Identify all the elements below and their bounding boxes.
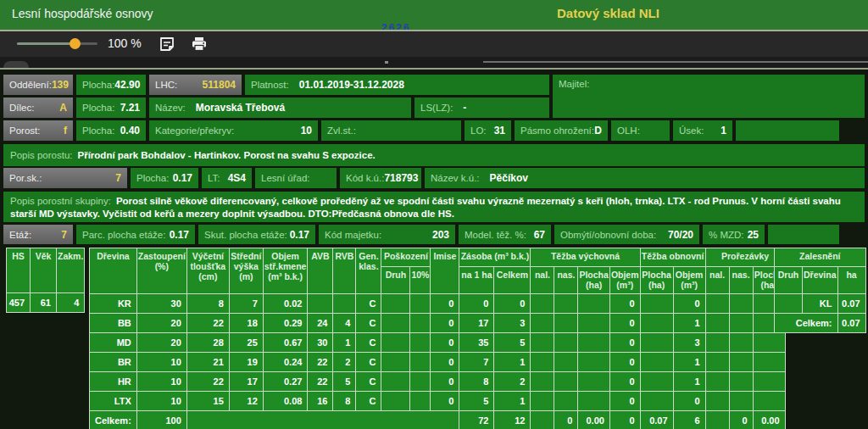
col-header-rvb: RVB	[333, 248, 356, 294]
field-label: Parc. plocha etáže:	[82, 230, 165, 240]
cell-tv_nal	[531, 333, 554, 353]
cell-gen_klas: C	[356, 392, 381, 411]
cell-gen_klas: C	[356, 294, 381, 314]
cell-pr_nal	[705, 372, 729, 392]
field-kod-majetku: Kód majetku: 203	[319, 225, 455, 244]
field-label: Skut. plocha etáže:	[204, 230, 287, 240]
cell-tv_nas	[554, 333, 578, 353]
app-title: Lesní hospodářské osnovy	[12, 7, 153, 20]
group-header-poskozeni: Poškození	[381, 248, 431, 267]
zoom-slider[interactable]	[17, 42, 97, 45]
field-value: 139	[52, 79, 69, 91]
field-label: Etáž:	[9, 230, 31, 240]
cell-tv_nal	[531, 353, 554, 372]
field-label: Kód majetku:	[325, 230, 381, 240]
field-nazev: Název: Moravská Třebová	[149, 98, 411, 118]
notes-button[interactable]	[156, 35, 178, 53]
scrollbar-thumb[interactable]	[483, 61, 868, 63]
field-label: Porost:	[9, 125, 40, 136]
col-header-zastoupeni: Zastoupení (%)	[136, 248, 186, 294]
cell-tv_objem_m3: 0	[609, 314, 640, 333]
col-header-tv-nal: nal.	[531, 267, 554, 294]
field-lhc: LHC: 511804	[149, 75, 242, 95]
cell-gen_klas: C	[356, 372, 381, 392]
cell-pr_nal	[705, 333, 729, 353]
total-celkem: 12	[494, 411, 531, 429]
scroll-corner-decoration	[3, 61, 29, 68]
field-value: 7.21	[120, 102, 140, 114]
total-pr-nal	[705, 411, 729, 429]
cell-imise: 0	[431, 333, 459, 353]
col-header-tv-plocha: Plocha (ha)	[578, 267, 609, 294]
field-value: 7	[115, 172, 121, 184]
zakm-value: 4	[57, 293, 85, 313]
cell-avb	[308, 294, 333, 314]
field-label: Kód k.ú.:	[346, 173, 384, 183]
field-value: 25	[748, 229, 759, 241]
cell-tv_objem_m3: 0	[609, 392, 640, 411]
col-header-stredni-vyska: Střední výška (m)	[229, 248, 263, 294]
field-value: D	[594, 125, 602, 136]
cell-zasoba_na_1ha: 0	[459, 294, 494, 314]
cell-gen_klas: C	[356, 314, 381, 333]
cell-pr_plocha_ha	[753, 353, 785, 372]
field-porost: Porost: f	[3, 120, 73, 141]
cell-rvb: 5	[333, 372, 356, 392]
cell-poskozeni_10pct	[410, 392, 431, 411]
cell-zasoba_celkem: 1	[494, 392, 531, 411]
field-label: Por.sk.:	[9, 173, 42, 183]
col-header-10pct: 10%	[410, 267, 431, 294]
field-label: LHC:	[155, 80, 177, 90]
field-label: Majitel:	[559, 79, 589, 89]
cell-avb: 22	[308, 353, 333, 372]
field-label: Lesní úřad:	[261, 173, 310, 183]
cell-tv_nal	[531, 372, 554, 392]
field-value: 0.17	[173, 172, 192, 184]
cell-stredni_vyska_m: 7	[229, 294, 263, 314]
cell-objem_str_kmene: 0.02	[263, 294, 308, 314]
field-popis-skupiny: Popis porostní skupiny:Porost silně věko…	[3, 192, 865, 222]
cell-stredni_vyska_m: 18	[229, 314, 263, 333]
print-button[interactable]	[188, 35, 210, 53]
cell-gen_klas: C	[356, 333, 381, 353]
cell-vycetni_tloustka_cm: 21	[186, 353, 229, 372]
field-model-tez: Model. těž. %: 67	[459, 225, 551, 244]
cell-poskozeni_10pct	[410, 314, 431, 333]
hs-summary-row: 457 61 4	[7, 293, 85, 313]
field-value: -	[463, 102, 466, 114]
cell-rvb: 4	[333, 314, 356, 333]
field-label: LO:	[470, 125, 487, 136]
cell-pr_nal	[705, 314, 729, 333]
cell-to_plocha_ha	[640, 314, 673, 333]
field-value: 67	[534, 229, 545, 241]
cell-drevina: BR	[90, 353, 137, 372]
field-label: Dílec:	[9, 103, 34, 113]
species-row: KR30870.02C00000	[90, 294, 786, 314]
cell-objem_str_kmene: 0.29	[263, 314, 308, 333]
zoom-slider-handle[interactable]	[70, 38, 81, 49]
cell-pr_nas	[729, 294, 753, 314]
species-row: BB2022180.29244C017301	[90, 314, 786, 333]
cell-imise: 0	[431, 392, 459, 411]
vek-value: 61	[31, 293, 57, 313]
cell-gen_klas: C	[356, 353, 381, 372]
cell-to_objem_m3: 1	[673, 314, 705, 333]
cell-avb: 24	[308, 314, 333, 333]
cell-zasoba_na_1ha: 8	[459, 372, 494, 392]
cell-vycetni_tloustka_cm: 22	[186, 314, 229, 333]
cell-objem_str_kmene: 0.24	[263, 353, 308, 372]
cell-tv_objem_m3: 0	[609, 353, 640, 372]
cell-drevina: BB	[90, 314, 137, 333]
cell-tv_plocha_ha	[578, 372, 609, 392]
cell-vycetni_tloustka_cm: 8	[186, 294, 229, 314]
cell-tv_plocha_ha	[578, 333, 609, 353]
artifact-text: 2626	[381, 22, 411, 31]
field-mzd: % MZD: 25	[703, 225, 765, 244]
total-tv-nas: 0	[554, 411, 578, 429]
cell-zastoupeni_pct: 10	[136, 392, 186, 411]
cell-zasoba_na_1ha: 7	[459, 353, 494, 372]
total-to-plocha: 0.07	[640, 411, 673, 429]
field-empty-row3	[736, 120, 839, 141]
field-zvlst: Zvl.st.:	[321, 120, 461, 141]
field-value: 42.90	[114, 79, 140, 91]
